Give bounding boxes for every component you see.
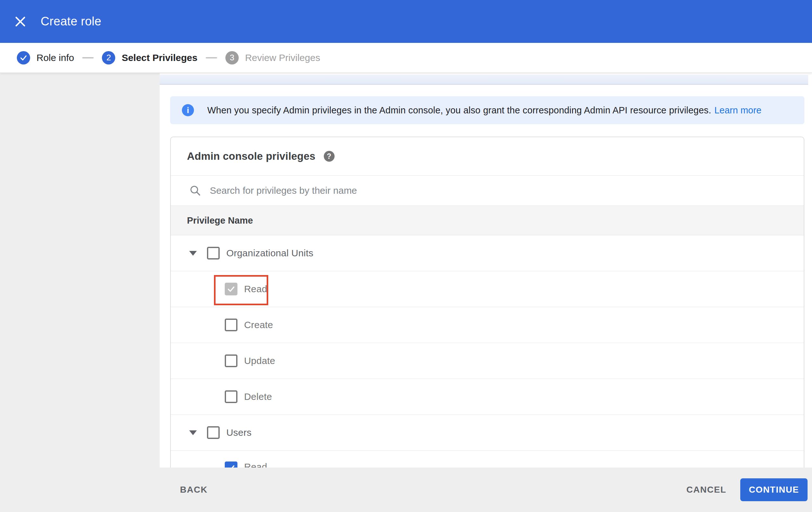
check-icon bbox=[226, 284, 236, 294]
table-row: Delete bbox=[171, 379, 804, 414]
row-label: Delete bbox=[244, 391, 272, 402]
checkbox-read-org-units[interactable] bbox=[225, 283, 237, 295]
info-banner-text: When you specify Admin privileges in the… bbox=[207, 105, 711, 116]
learn-more-link[interactable]: Learn more bbox=[714, 105, 761, 116]
back-button[interactable]: BACK bbox=[180, 485, 208, 495]
search-icon bbox=[190, 185, 201, 196]
row-label: Organizational Units bbox=[226, 248, 313, 259]
collapse-arrow-icon[interactable] bbox=[189, 251, 197, 256]
table-row: Create bbox=[171, 307, 804, 343]
left-panel bbox=[0, 73, 160, 467]
checkbox-delete-org-units[interactable] bbox=[225, 390, 237, 403]
step-3-label: Review Privileges bbox=[245, 52, 320, 63]
card-title: Admin console privileges bbox=[187, 150, 316, 162]
row-label: Create bbox=[244, 320, 273, 330]
continue-button[interactable]: CONTINUE bbox=[740, 478, 808, 501]
info-icon: i bbox=[182, 104, 194, 116]
step-2-indicator: 2 bbox=[102, 51, 115, 64]
step-separator bbox=[82, 57, 94, 58]
step-1-indicator bbox=[17, 51, 30, 64]
page-title: Create role bbox=[40, 0, 101, 43]
check-icon bbox=[226, 463, 236, 467]
row-label: Read bbox=[244, 461, 267, 467]
cancel-button[interactable]: CANCEL bbox=[686, 485, 726, 495]
row-label: Read bbox=[244, 284, 267, 294]
table-header: Privilege Name bbox=[171, 206, 804, 235]
info-banner: i When you specify Admin privileges in t… bbox=[170, 96, 804, 124]
app-header: Create role bbox=[0, 0, 812, 43]
step-separator bbox=[206, 57, 217, 58]
step-2-label: Select Privileges bbox=[122, 52, 197, 63]
table-row: Organizational Units bbox=[171, 235, 804, 271]
table-row: Users bbox=[171, 414, 804, 450]
row-label: Users bbox=[226, 427, 252, 438]
checkbox-update-org-units[interactable] bbox=[225, 354, 237, 367]
help-icon[interactable]: ? bbox=[324, 151, 335, 162]
step-1-label: Role info bbox=[36, 52, 74, 63]
scrolled-content-edge bbox=[160, 75, 808, 85]
step-role-info[interactable]: Role info bbox=[17, 51, 74, 64]
privilege-search-row bbox=[171, 175, 804, 206]
table-row: Read bbox=[171, 450, 804, 467]
close-button[interactable] bbox=[13, 14, 28, 29]
collapse-arrow-icon[interactable] bbox=[189, 430, 197, 435]
table-header-label: Privilege Name bbox=[187, 215, 253, 226]
step-3-indicator: 3 bbox=[225, 51, 239, 64]
action-bar: BACK CANCEL CONTINUE bbox=[0, 467, 812, 512]
row-label: Update bbox=[244, 355, 275, 366]
close-icon bbox=[15, 16, 26, 27]
checkbox-users[interactable] bbox=[207, 426, 220, 439]
table-row: Read bbox=[171, 271, 804, 307]
checkbox-create-org-units[interactable] bbox=[225, 319, 237, 331]
checkbox-organizational-units[interactable] bbox=[207, 247, 220, 260]
check-icon bbox=[19, 54, 28, 62]
table-row: Update bbox=[171, 343, 804, 379]
stepper: Role info 2 Select Privileges 3 Review P… bbox=[0, 43, 812, 73]
step-review-privileges[interactable]: 3 Review Privileges bbox=[225, 51, 320, 64]
admin-privileges-card: Admin console privileges ? Privilege Nam… bbox=[170, 137, 804, 467]
content-area: i When you specify Admin privileges in t… bbox=[0, 73, 812, 467]
card-title-row: Admin console privileges ? bbox=[171, 137, 804, 175]
step-select-privileges[interactable]: 2 Select Privileges bbox=[102, 51, 197, 64]
checkbox-read-users[interactable] bbox=[225, 461, 237, 467]
create-role-dialog: Create role Role info 2 Select Privilege… bbox=[0, 0, 812, 512]
privilege-search-input[interactable] bbox=[209, 185, 687, 196]
